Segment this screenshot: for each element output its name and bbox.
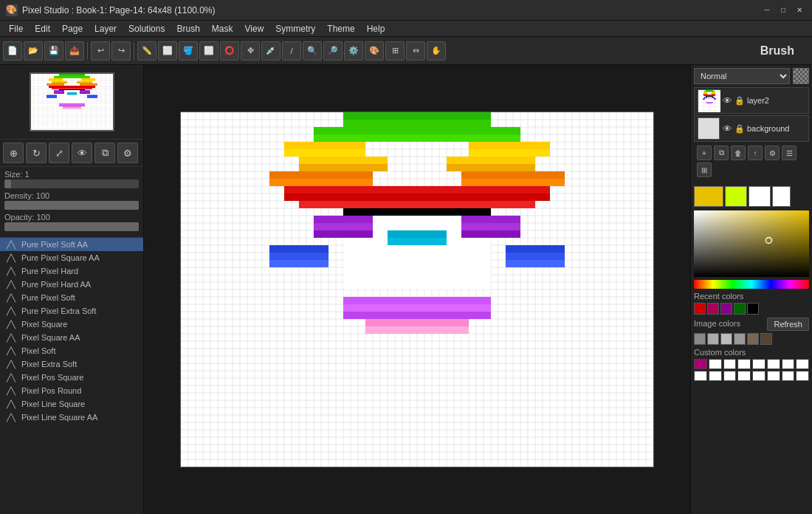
maximize-button[interactable]: □ (777, 4, 790, 16)
custom-color-cell[interactable] (782, 371, 795, 381)
image-color-dot[interactable] (747, 333, 759, 345)
delete-layer-button[interactable]: 🗑 (731, 145, 746, 160)
recent-color-dot[interactable] (707, 303, 719, 315)
move-tool[interactable]: ✥ (241, 41, 260, 61)
rotate-opt[interactable]: ↻ (26, 143, 47, 163)
image-color-dot[interactable] (720, 333, 732, 345)
redo-button[interactable]: ↪ (111, 41, 131, 61)
custom-color-cell[interactable] (737, 359, 751, 369)
menu-item-mask[interactable]: Mask (206, 22, 239, 35)
custom-color-cell[interactable] (694, 371, 707, 381)
layer-row-layer2[interactable]: 👁 🔒 layer2 (694, 87, 809, 114)
recent-color-dot[interactable] (734, 303, 746, 315)
image-color-dot[interactable] (734, 333, 746, 345)
brush-item[interactable]: ╱╲Pure Pixel Hard AA (0, 278, 143, 291)
menu-item-layer[interactable]: Layer (89, 22, 123, 35)
brush-item[interactable]: ╱╲Pure Pixel Square AA (0, 251, 143, 264)
image-color-dot[interactable] (694, 333, 706, 345)
select-oval-tool[interactable]: ⭕ (220, 41, 239, 61)
brush-tool[interactable]: ✏️ (137, 41, 156, 61)
custom-color-cell[interactable] (796, 359, 809, 369)
brush-item[interactable]: ╱╲Pixel Line Square AA (0, 411, 143, 424)
image-color-dot[interactable] (707, 333, 719, 345)
gear-opt[interactable]: ⚙ (117, 143, 138, 163)
brush-item[interactable]: ╱╲Pixel Pos Square (0, 371, 143, 384)
brush-item[interactable]: ╱╲Pixel Soft (0, 344, 143, 357)
hue-slider[interactable] (694, 280, 809, 289)
brush-item[interactable]: ╱╲Pure Pixel Soft (0, 291, 143, 304)
main-canvas[interactable] (180, 112, 654, 467)
custom-color-cell[interactable] (782, 359, 795, 369)
menu-item-brush[interactable]: Brush (171, 22, 205, 35)
add-layer-button[interactable]: + (697, 145, 712, 160)
custom-color-cell[interactable] (694, 359, 707, 369)
recent-color-dot[interactable] (747, 303, 759, 315)
zoom-out-tool[interactable]: 🔎 (323, 41, 343, 61)
menu-item-theme[interactable]: Theme (321, 22, 360, 35)
new-layer-opt[interactable]: ⊕ (3, 143, 24, 163)
layer-grid-button[interactable]: ⊞ (697, 162, 712, 177)
hand-tool[interactable]: ✋ (427, 41, 446, 61)
background-lock-icon[interactable]: 🔒 (734, 124, 745, 134)
menu-item-edit[interactable]: Edit (29, 22, 56, 35)
brush-item[interactable]: ╱╲Pixel Pos Round (0, 384, 143, 397)
menu-item-page[interactable]: Page (56, 22, 89, 35)
select-rect-tool[interactable]: ⬜ (199, 41, 219, 61)
custom-color-cell[interactable] (752, 359, 765, 369)
layer-settings-button[interactable]: ⚙ (765, 145, 780, 160)
symmetry-button[interactable]: ⇔ (406, 41, 425, 61)
background-eye-icon[interactable]: 👁 (723, 123, 732, 134)
save-button[interactable]: 💾 (44, 41, 63, 61)
minimize-button[interactable]: ─ (760, 4, 774, 16)
custom-color-cell[interactable] (723, 359, 737, 369)
custom-color-cell[interactable] (767, 359, 780, 369)
secondary-color-swatch[interactable] (725, 186, 747, 207)
close-button[interactable]: ✕ (793, 4, 806, 16)
copy-opt[interactable]: ⧉ (94, 143, 115, 163)
brush-item[interactable]: ╱╲Pixel Line Square (0, 397, 143, 411)
line-tool[interactable]: / (282, 41, 301, 61)
export-button[interactable]: 📤 (65, 41, 84, 61)
menu-item-help[interactable]: Help (361, 22, 391, 35)
custom-color-cell[interactable] (737, 371, 751, 381)
custom-color-cell[interactable] (709, 371, 722, 381)
brush-item[interactable]: ╱╲Pixel Square (0, 318, 143, 331)
refresh-button[interactable]: Refresh (767, 318, 809, 331)
brush-item[interactable]: ╱╲Pure Pixel Soft AA (0, 238, 143, 251)
density-slider[interactable] (4, 201, 139, 210)
menu-item-view[interactable]: View (239, 22, 270, 35)
opacity-slider[interactable] (4, 222, 139, 231)
eraser-tool[interactable]: ⬜ (158, 41, 177, 61)
move-layer-up-button[interactable]: ↑ (748, 145, 763, 160)
open-button[interactable]: 📂 (24, 41, 43, 61)
duplicate-layer-button[interactable]: ⧉ (714, 145, 729, 160)
palette-button[interactable]: 🎨 (365, 41, 384, 61)
custom-color-cell[interactable] (767, 371, 780, 381)
menu-item-solutions[interactable]: Solutions (123, 22, 171, 35)
custom-color-cell[interactable] (796, 371, 809, 381)
layer2-lock-icon[interactable]: 🔒 (734, 96, 745, 106)
menu-item-file[interactable]: File (3, 22, 29, 35)
custom-color-cell[interactable] (709, 359, 722, 369)
recent-color-dot[interactable] (694, 303, 706, 315)
brush-item[interactable]: ╱╲Pixel Extra Soft (0, 357, 143, 371)
quaternary-color-swatch[interactable] (772, 186, 791, 207)
custom-color-cell[interactable] (723, 371, 737, 381)
zoom-in-tool[interactable]: 🔍 (303, 41, 322, 61)
canvas-area[interactable] (144, 65, 690, 514)
blend-mode-select[interactable]: Normal (694, 68, 790, 84)
primary-color-swatch[interactable] (694, 186, 723, 207)
brush-item[interactable]: ╱╲Pure Pixel Hard (0, 264, 143, 278)
layer-row-background[interactable]: 👁 🔒 background (694, 115, 809, 142)
image-color-dot[interactable] (760, 333, 772, 345)
undo-button[interactable]: ↩ (91, 41, 110, 61)
size-slider[interactable] (4, 179, 139, 188)
grid-button[interactable]: ⊞ (385, 41, 405, 61)
move-opt[interactable]: ⤢ (49, 143, 69, 163)
color-gradient-picker[interactable] (694, 210, 809, 277)
settings-button[interactable]: ⚙️ (344, 41, 363, 61)
visibility-opt[interactable]: 👁 (72, 143, 92, 163)
custom-color-cell[interactable] (752, 371, 765, 381)
recent-color-dot[interactable] (720, 303, 732, 315)
eyedropper-tool[interactable]: 💉 (261, 41, 281, 61)
